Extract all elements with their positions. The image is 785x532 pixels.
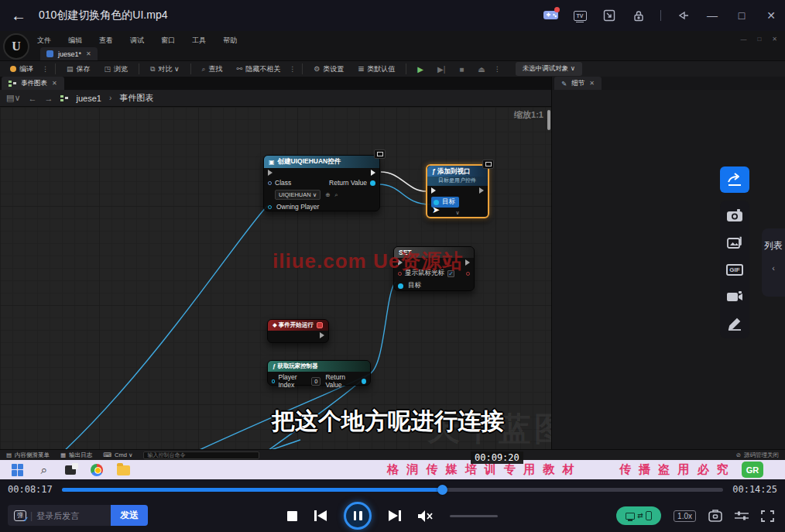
nav-back-icon[interactable]: ← bbox=[28, 94, 36, 103]
class-settings-button[interactable]: ⚙类设置 bbox=[308, 63, 349, 76]
back-button[interactable]: ← bbox=[11, 7, 26, 25]
exec-out-pin[interactable] bbox=[371, 170, 375, 176]
playback-speed-button[interactable]: 1.0x bbox=[674, 510, 696, 522]
event-graph-tab[interactable]: 事件图表 ✕ bbox=[2, 77, 64, 90]
danmaku-input[interactable] bbox=[36, 505, 105, 526]
danmaku-toggle-icon[interactable]: 弹 bbox=[14, 510, 26, 521]
class-select-dropdown[interactable]: UIQIEHUAN ∨ bbox=[275, 190, 321, 200]
stop-button[interactable] bbox=[287, 511, 297, 521]
breadcrumb-root[interactable]: juese1 bbox=[76, 94, 101, 103]
menu-file[interactable]: 文件 bbox=[37, 36, 51, 46]
diff-button[interactable]: ⧉对比 ∨ bbox=[145, 63, 185, 76]
menu-window[interactable]: 窗口 bbox=[161, 36, 175, 46]
window-capture-icon[interactable] bbox=[708, 510, 722, 522]
maximize-button[interactable]: □ bbox=[734, 8, 749, 23]
menu-debug[interactable]: 调试 bbox=[130, 36, 144, 46]
class-pin[interactable] bbox=[268, 181, 272, 185]
blueprint-canvas[interactable]: 缩放1:1 天下蓝图 bbox=[0, 107, 551, 449]
video-frame[interactable]: U 文件 编辑 查看 调试 窗口 工具 帮助 —□✕ juese1* ✕ bbox=[0, 31, 785, 479]
debug-object-dropdown[interactable]: 未选中调试对象 ∨ bbox=[516, 62, 582, 76]
bool-out-pin[interactable] bbox=[466, 272, 470, 276]
save-button[interactable]: ▤保存 bbox=[61, 63, 96, 76]
find-button[interactable]: ⌕查找 bbox=[197, 63, 228, 76]
minimize-button[interactable]: — bbox=[704, 8, 720, 23]
source-control-status[interactable]: ⊘源码管理关闭 bbox=[736, 451, 779, 459]
screenshot-camera-icon[interactable] bbox=[726, 208, 743, 222]
player-index-pin[interactable] bbox=[272, 379, 275, 383]
windows-start-icon[interactable] bbox=[9, 462, 26, 479]
node-create-widget[interactable]: ▣创建UIQIEHUAN控件 Class Return Value bbox=[263, 155, 380, 211]
volume-slider[interactable] bbox=[450, 515, 498, 517]
exec-in-pin[interactable] bbox=[431, 187, 436, 194]
tv-cast-icon[interactable]: TV bbox=[572, 8, 588, 23]
device-switch-button[interactable]: ⇄ bbox=[616, 506, 661, 525]
compile-options-icon[interactable]: ⋮ bbox=[42, 65, 50, 73]
details-tab-close-icon[interactable]: ✕ bbox=[589, 80, 595, 87]
gif-record-icon[interactable]: GIF bbox=[726, 263, 743, 276]
console-command-input[interactable] bbox=[143, 451, 259, 459]
fullscreen-button[interactable] bbox=[761, 510, 774, 522]
playlist-toggle[interactable]: 列表 ‹ bbox=[762, 228, 785, 297]
asset-tab-juese1[interactable]: juese1* ✕ bbox=[40, 47, 98, 60]
details-tab[interactable]: ✎ 细节 ✕ bbox=[554, 77, 602, 90]
eject-button[interactable]: ⏏ bbox=[472, 63, 490, 75]
close-button[interactable]: ✕ bbox=[763, 8, 779, 23]
exec-out-pin[interactable] bbox=[465, 259, 470, 266]
pin-sidebar-icon[interactable] bbox=[675, 8, 691, 23]
send-button[interactable]: 发送 bbox=[111, 505, 148, 526]
content-drawer-button[interactable]: ▤内容侧滑菜单 bbox=[6, 451, 50, 459]
menu-tools[interactable]: 工具 bbox=[192, 36, 206, 46]
node-get-player-controller[interactable]: ƒ 获取玩家控制器 Player Index0 Return Value bbox=[267, 360, 371, 386]
compile-button[interactable]: 编译 bbox=[5, 63, 39, 76]
browse-button[interactable]: ◳浏览 bbox=[99, 63, 134, 76]
ue-window-buttons[interactable]: —□✕ bbox=[740, 36, 777, 43]
output-log-button[interactable]: ▦输出日志 bbox=[60, 451, 92, 459]
node-event-begin-play[interactable]: ◆ 事件开始运行 bbox=[267, 319, 329, 343]
hide-unrelated-button[interactable]: ⚯隐藏不相关 bbox=[231, 63, 286, 76]
hide-options-icon[interactable]: ⋮ bbox=[289, 65, 297, 73]
seek-handle[interactable] bbox=[437, 485, 447, 495]
exec-out-pin[interactable] bbox=[320, 332, 324, 338]
chrome-icon[interactable] bbox=[88, 462, 105, 479]
next-button[interactable] bbox=[389, 510, 401, 521]
pause-button[interactable] bbox=[344, 502, 372, 530]
image-gallery-icon[interactable] bbox=[726, 235, 743, 249]
share-button[interactable] bbox=[720, 166, 749, 193]
settings-sliders-icon[interactable] bbox=[735, 510, 749, 521]
annotate-pen-icon[interactable] bbox=[726, 317, 743, 331]
menu-edit[interactable]: 编辑 bbox=[68, 36, 82, 46]
return-value-pin[interactable] bbox=[362, 379, 366, 384]
mini-window-icon[interactable] bbox=[602, 8, 617, 23]
mute-button[interactable] bbox=[418, 510, 433, 522]
screen-record-icon[interactable] bbox=[726, 290, 743, 304]
play-options-icon[interactable]: ⋮ bbox=[494, 65, 502, 73]
canvas-scrollbar[interactable] bbox=[547, 110, 550, 130]
play-button[interactable]: ▶ bbox=[412, 63, 429, 75]
nav-forward-icon[interactable]: → bbox=[44, 94, 53, 103]
stop-button[interactable]: ■ bbox=[454, 63, 469, 75]
expand-chevron-icon[interactable]: ∨ bbox=[455, 210, 459, 216]
target-pin[interactable] bbox=[398, 283, 403, 289]
file-explorer-icon[interactable] bbox=[115, 462, 132, 479]
menu-view[interactable]: 查看 bbox=[99, 36, 113, 46]
node-add-to-viewport[interactable]: ƒ 添加到视口 目标是用户控件 目标 ∨ ➤ bbox=[426, 164, 489, 218]
menu-help[interactable]: 帮助 bbox=[223, 36, 237, 46]
browse-asset-icon[interactable]: ⌕ bbox=[335, 191, 338, 199]
lock-icon[interactable] bbox=[631, 8, 646, 23]
previous-button[interactable] bbox=[314, 510, 327, 521]
asset-tab-close-icon[interactable]: ✕ bbox=[86, 50, 91, 57]
graph-list-dropdown-icon[interactable]: ▤∨ bbox=[6, 93, 20, 103]
exec-out-pin[interactable] bbox=[479, 187, 484, 194]
game-center-icon[interactable] bbox=[543, 8, 558, 23]
player-index-value[interactable]: 0 bbox=[311, 377, 321, 386]
exec-in-pin[interactable] bbox=[268, 170, 273, 176]
use-selected-icon[interactable]: ⊕ bbox=[325, 191, 330, 198]
return-value-pin[interactable] bbox=[370, 180, 375, 186]
cmd-dropdown[interactable]: ⌨Cmd ∨ bbox=[103, 451, 132, 458]
seek-bar[interactable] bbox=[62, 488, 723, 492]
class-defaults-button[interactable]: 𝌆类默认值 bbox=[352, 63, 400, 76]
taskbar-search-icon[interactable]: ⌕ bbox=[36, 462, 53, 479]
graph-tab-close-icon[interactable]: ✕ bbox=[52, 80, 57, 87]
task-view-icon[interactable] bbox=[62, 462, 79, 479]
breadcrumb-leaf[interactable]: 事件图表 bbox=[119, 92, 153, 104]
